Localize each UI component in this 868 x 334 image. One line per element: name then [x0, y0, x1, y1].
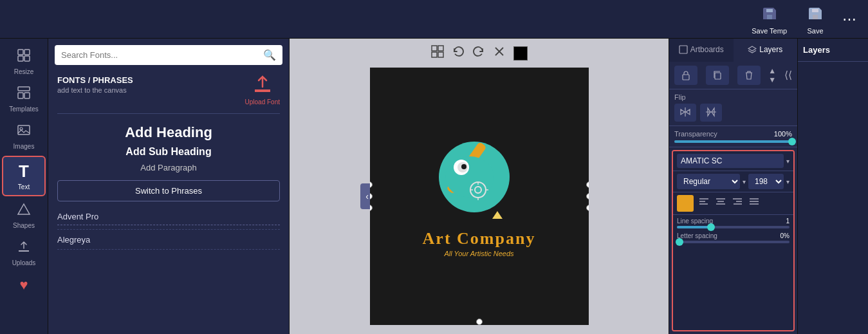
- list-item[interactable]: Advent Pro: [57, 207, 280, 230]
- tab-layers[interactable]: Layers: [734, 39, 798, 62]
- duplicate-button[interactable]: [706, 66, 729, 85]
- flip-buttons: [674, 104, 792, 122]
- sidebar-item-uploads[interactable]: Uploads: [2, 235, 46, 271]
- search-button[interactable]: 🔍: [263, 49, 276, 61]
- left-handles: [370, 181, 373, 211]
- templates-icon: [17, 86, 31, 104]
- svg-rect-5: [18, 93, 23, 98]
- save-label: Save: [807, 27, 823, 35]
- transparency-label: Transparency: [674, 130, 717, 138]
- handle[interactable]: [370, 181, 373, 188]
- search-icon: 🔍: [263, 50, 276, 60]
- canvas-frame[interactable]: Art Company All Your Artistic Needs: [370, 68, 589, 325]
- transparency-value: 100%: [774, 130, 792, 138]
- align-center-button[interactable]: [714, 196, 727, 210]
- handle[interactable]: [476, 319, 483, 325]
- more-button[interactable]: ⋯: [837, 8, 862, 30]
- sidebar-item-shapes[interactable]: Shapes: [2, 198, 46, 234]
- font-family-select[interactable]: AMATIC SC: [677, 154, 784, 168]
- font-list: Advent Pro Alegreya: [48, 204, 289, 334]
- more-icon: ⋯: [842, 11, 856, 27]
- sidebar-item-images[interactable]: Images: [2, 118, 46, 154]
- lock-button[interactable]: [674, 66, 697, 85]
- tab-artboards[interactable]: Artboards: [669, 39, 734, 62]
- logo-sub-text: All Your Artistic Needs: [444, 250, 513, 257]
- handle[interactable]: [370, 193, 373, 199]
- sidebar-item-text[interactable]: T Text: [2, 156, 46, 196]
- right-panel-tabs: Artboards Layers: [669, 39, 797, 62]
- handle[interactable]: [586, 205, 589, 211]
- svg-rect-6: [24, 93, 30, 98]
- color-swatch[interactable]: [513, 46, 528, 60]
- save-temp-button[interactable]: Save Temp: [745, 1, 793, 37]
- sidebar-item-resize[interactable]: Resize: [2, 44, 46, 80]
- font-size-select[interactable]: 198: [748, 174, 784, 189]
- sidebar-item-shapes-label: Shapes: [13, 222, 35, 229]
- fonts-panel: 🔍 FONTS / PHRASES add text to the canvas…: [48, 39, 290, 334]
- style-select-arrow: ▾: [743, 178, 746, 185]
- delete-button[interactable]: [737, 66, 761, 85]
- text-style-section: AMATIC SC ▾ Regular ▾ 198 ▾: [672, 150, 795, 331]
- handle[interactable]: [370, 205, 373, 211]
- sidebar-item-favorites[interactable]: ♥: [2, 272, 46, 298]
- top-toolbar: Save Temp Save ⋯: [0, 0, 868, 39]
- save-icon: [806, 4, 824, 26]
- sidebar-item-resize-label: Resize: [14, 68, 34, 75]
- text-options: Add Heading Add Sub Heading Add Paragrap…: [48, 119, 289, 178]
- search-bar: 🔍: [55, 45, 282, 65]
- letter-spacing-row: Letter spacing 0%: [677, 232, 790, 243]
- add-heading-btn[interactable]: Add Heading: [125, 124, 212, 141]
- sidebar-item-templates-label: Templates: [9, 106, 39, 113]
- add-subheading-btn[interactable]: Add Sub Heading: [125, 146, 211, 158]
- letter-spacing-slider[interactable]: [677, 241, 790, 243]
- grid-view-button[interactable]: [431, 45, 444, 61]
- size-select-arrow: ▾: [786, 178, 790, 185]
- collapse-right-button[interactable]: ⟨⟨: [784, 70, 792, 80]
- add-paragraph-btn[interactable]: Add Paragraph: [140, 163, 196, 172]
- heart-icon: ♥: [19, 277, 28, 293]
- text-color-button[interactable]: [677, 195, 694, 212]
- align-right-button[interactable]: [731, 196, 744, 210]
- save-button[interactable]: Save: [800, 1, 831, 37]
- font-name: Advent Pro: [57, 212, 98, 221]
- svg-rect-2: [18, 56, 23, 61]
- search-input[interactable]: [61, 50, 259, 60]
- save-temp-label: Save Temp: [752, 27, 787, 35]
- upload-font-button[interactable]: Upload Font: [245, 75, 280, 106]
- font-style-select[interactable]: Regular: [677, 174, 740, 189]
- font-size-row: Regular ▾ 198 ▾: [673, 171, 793, 192]
- tab-artboards-label: Artboards: [690, 45, 724, 54]
- switch-phrases-button[interactable]: Switch to Phrases: [57, 180, 280, 201]
- list-item[interactable]: Alegreya: [57, 230, 280, 250]
- align-justify-button[interactable]: [748, 196, 761, 210]
- images-icon: [17, 123, 31, 141]
- close-button[interactable]: [493, 45, 506, 61]
- svg-rect-11: [438, 46, 443, 51]
- right-handles: [586, 181, 589, 211]
- handle[interactable]: [586, 193, 589, 199]
- logo-area: Art Company All Your Artistic Needs: [423, 135, 536, 257]
- sidebar-item-templates[interactable]: Templates: [2, 81, 46, 117]
- move-up-button[interactable]: ▲: [768, 67, 776, 75]
- rp-arrows: ▲ ▼: [768, 67, 776, 84]
- fonts-header: FONTS / PHRASES add text to the canvas U…: [48, 71, 289, 108]
- layers-header: Layers: [798, 39, 868, 62]
- transparency-slider[interactable]: [674, 140, 792, 143]
- svg-rect-25: [679, 46, 687, 53]
- redo-button[interactable]: [472, 45, 485, 61]
- tab-layers-label: Layers: [759, 45, 782, 54]
- upload-icon: [252, 75, 273, 97]
- logo-main-text: Art Company: [423, 229, 536, 248]
- flip-label: Flip: [674, 93, 792, 101]
- move-down-button[interactable]: ▼: [768, 76, 776, 84]
- line-spacing-slider[interactable]: [677, 226, 790, 228]
- handle[interactable]: [586, 181, 589, 188]
- spacing-section: Line spacing 1 Letter spacing 0%: [673, 215, 793, 330]
- undo-button[interactable]: [452, 45, 465, 61]
- svg-rect-4: [18, 87, 30, 91]
- svg-point-22: [461, 164, 466, 169]
- align-left-button[interactable]: [697, 196, 710, 210]
- flip-horizontal-button[interactable]: [674, 104, 696, 122]
- flip-vertical-button[interactable]: [700, 104, 722, 122]
- svg-rect-7: [18, 125, 30, 135]
